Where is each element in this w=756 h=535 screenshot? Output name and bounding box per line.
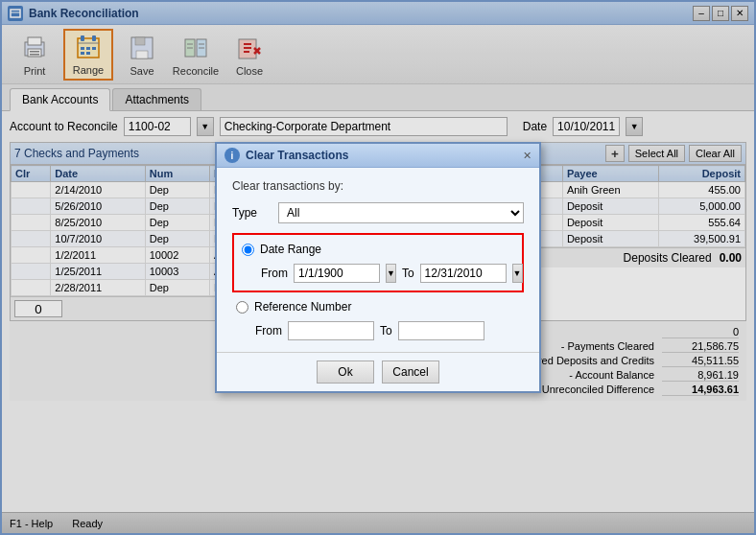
from-date-input[interactable] xyxy=(294,264,380,283)
ref-from-label: From xyxy=(255,324,282,337)
date-range-label: Date Range xyxy=(260,243,321,256)
ref-from-input[interactable] xyxy=(288,321,374,340)
dialog-footer: Ok Cancel xyxy=(217,352,539,391)
from-date-dropdown[interactable]: ▼ xyxy=(386,264,396,283)
type-select[interactable]: All Checks Deposits xyxy=(278,202,524,223)
dialog-body: Clear transactions by: Type All Checks D… xyxy=(217,168,539,352)
to-date-dropdown[interactable]: ▼ xyxy=(512,264,523,283)
reference-label: Reference Number xyxy=(254,300,351,314)
dialog-title-text: Clear Transactions xyxy=(246,149,517,162)
to-date-input[interactable] xyxy=(420,264,507,283)
ref-to-label: To xyxy=(380,324,392,337)
from-label: From xyxy=(261,267,288,280)
type-field-row: Type All Checks Deposits xyxy=(232,202,524,223)
ok-button[interactable]: Ok xyxy=(317,361,374,384)
dialog-info-icon: i xyxy=(224,148,240,163)
dialog-title-bar: i Clear Transactions ✕ xyxy=(217,144,539,168)
type-label: Type xyxy=(232,206,271,220)
dialog-overlay: i Clear Transactions ✕ Clear transaction… xyxy=(2,2,754,533)
to-label: To xyxy=(402,267,414,280)
date-range-inputs-row: From ▼ To ▼ xyxy=(242,264,514,283)
date-range-radio[interactable] xyxy=(242,244,254,256)
date-range-radio-row: Date Range xyxy=(242,243,514,256)
ref-to-input[interactable] xyxy=(398,321,484,340)
dialog-close-button[interactable]: ✕ xyxy=(523,150,532,162)
reference-radio[interactable] xyxy=(236,301,248,314)
reference-inputs-row: From To xyxy=(236,321,524,340)
cancel-button[interactable]: Cancel xyxy=(382,361,439,384)
date-range-section: Date Range From ▼ To ▼ xyxy=(232,233,524,292)
clear-transactions-dialog: i Clear Transactions ✕ Clear transaction… xyxy=(215,142,541,393)
main-window: Bank Reconciliation – □ ✕ Print xyxy=(0,0,756,535)
dialog-subtitle: Clear transactions by: xyxy=(232,179,524,193)
reference-radio-row: Reference Number xyxy=(236,300,524,314)
reference-section: Reference Number From To xyxy=(232,300,524,340)
